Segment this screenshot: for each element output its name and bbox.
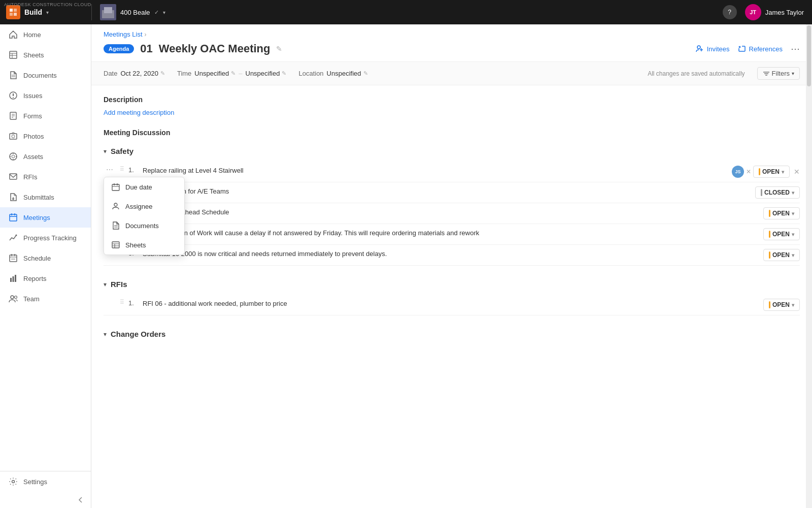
topic-status-badge4[interactable]: OPEN ▾ (763, 228, 800, 240)
sidebar-item-meetings[interactable]: Meetings (0, 207, 91, 228)
date-edit-icon[interactable]: ✎ (160, 70, 165, 77)
svg-point-43 (15, 296, 17, 299)
status-chevron-icon3: ▾ (792, 211, 794, 216)
menu-item-sheets[interactable]: Sheets (104, 235, 184, 255)
sidebar-label-reports: Reports (23, 275, 47, 282)
sidebar-item-reports[interactable]: Reports (0, 268, 91, 289)
topic-close-button[interactable]: ✕ (794, 168, 800, 176)
sidebar-item-documents[interactable]: Documents (0, 65, 91, 85)
help-button[interactable]: ? (723, 5, 737, 19)
category-rfis-header: ▾ RFIs (104, 280, 800, 289)
location-edit-icon[interactable]: ✎ (363, 70, 368, 77)
topic-status-badge5[interactable]: OPEN ▾ (763, 249, 800, 261)
user-menu[interactable]: JT James Taylor (745, 4, 804, 20)
date-value: Oct 22, 2020 ✎ (120, 70, 164, 77)
menu-documents-icon (111, 221, 120, 230)
sidebar-collapse-button[interactable] (0, 492, 91, 508)
sidebar-label-meetings: Meetings (23, 214, 50, 221)
app-bar: AUTODESK CONSTRUCTION CLOUD Build ▾ 400 … (0, 0, 812, 24)
sidebar-label-home: Home (23, 31, 41, 39)
sidebar-label-schedule: Schedule (23, 255, 51, 262)
sidebar-item-assets[interactable]: Assets (0, 146, 91, 167)
sidebar-label-forms: Forms (23, 112, 42, 120)
add-description-button[interactable]: Add meeting description (104, 109, 800, 116)
sidebar-label-sheets: Sheets (23, 51, 44, 59)
svg-point-33 (16, 235, 17, 236)
menu-sheets-icon (111, 240, 120, 249)
sidebar-item-issues[interactable]: Issues (0, 85, 91, 106)
user-avatar: JT (745, 4, 761, 20)
more-options-button[interactable]: ⋯ (791, 43, 800, 54)
topic-more-button[interactable]: ⋯ (104, 166, 116, 174)
sidebar-item-schedule[interactable]: Schedule (0, 248, 91, 268)
topic-drag-handle-rfi[interactable]: ⠿ (120, 299, 124, 306)
meeting-title-edit-icon[interactable]: ✎ (276, 45, 282, 53)
filters-button[interactable]: Filters ▾ (757, 67, 800, 80)
svg-rect-20 (10, 134, 17, 139)
time-edit-icon[interactable]: ✎ (231, 70, 235, 77)
category-change-orders-header: ▾ Change Orders (104, 330, 800, 338)
topic-row: ⠿ 2. RFI 06 Addition of Work will cause … (104, 224, 800, 245)
change-orders-chevron-icon[interactable]: ▾ (104, 331, 107, 338)
topic-status-badge3[interactable]: OPEN ▾ (763, 207, 800, 219)
menu-item-documents[interactable]: Documents (104, 216, 184, 235)
topic-text2: ... presentation for A/E Teams (143, 186, 751, 197)
meetings-icon (8, 212, 18, 223)
topic-status-area: JS ✕ OPEN ▾ ✕ (732, 166, 800, 178)
topic-text3: ... week Lookahead Schedule (143, 207, 759, 217)
topic-assignee-remove[interactable]: ✕ (746, 168, 751, 175)
app-logo[interactable]: AUTODESK CONSTRUCTION CLOUD Build ▾ (0, 5, 91, 19)
svg-point-45 (697, 46, 700, 49)
references-button[interactable]: References (738, 45, 783, 53)
issues-icon (8, 90, 18, 101)
svg-rect-3 (14, 13, 17, 16)
meetings-list-link[interactable]: Meetings List (104, 30, 143, 38)
svg-rect-34 (10, 255, 17, 262)
project-selector[interactable]: 400 Beale ✓ ▾ (91, 4, 174, 20)
topic-status-area2: CLOSED ▾ (755, 186, 800, 199)
header-actions: Invitees References ⋯ (696, 43, 800, 54)
sidebar-item-sheets[interactable]: Sheets (0, 45, 91, 65)
scrollbar-thumb[interactable] (807, 25, 811, 86)
sidebar-item-rfis[interactable]: RFIs (0, 167, 91, 187)
topic-status-badge[interactable]: OPEN ▾ (753, 166, 790, 178)
sidebar-item-team[interactable]: Team (0, 289, 91, 309)
sidebar-item-submittals[interactable]: Submittals (0, 187, 91, 207)
status-label2: CLOSED (764, 189, 790, 196)
sidebar-item-photos[interactable]: Photos (0, 126, 91, 146)
time-value: Unspecified ✎ (194, 70, 235, 77)
due-date-icon (111, 182, 120, 192)
sidebar-item-progress-tracking[interactable]: Progress Tracking (0, 228, 91, 248)
safety-chevron-icon[interactable]: ▾ (104, 148, 107, 155)
acc-label: AUTODESK CONSTRUCTION CLOUD (4, 2, 91, 7)
location-label: Location (298, 70, 323, 77)
sidebar-item-home[interactable]: Home (0, 24, 91, 45)
references-label: References (749, 45, 783, 53)
menu-item-assignee[interactable]: Assignee (104, 197, 184, 216)
svg-rect-0 (10, 9, 13, 12)
sidebar-item-settings[interactable]: Settings (0, 471, 91, 492)
topic-status-area-rfi: OPEN ▾ (763, 299, 800, 311)
svg-rect-28 (10, 174, 17, 179)
location-value: Unspecified ✎ (327, 70, 368, 77)
menu-item-due-date[interactable]: Due date (104, 177, 184, 197)
status-indicator-rfi (769, 301, 770, 308)
project-name: 400 Beale (120, 9, 150, 16)
svg-rect-6 (104, 7, 112, 13)
svg-point-55 (114, 203, 117, 206)
topic-status-badge-rfi[interactable]: OPEN ▾ (763, 299, 800, 311)
sidebar-item-forms[interactable]: Forms (0, 106, 91, 126)
topic-row: ⠿ 3. Submittal 10 2000 is now critical a… (104, 245, 800, 266)
main-content: Meetings List › Agenda 01 Weekly OAC Mee… (91, 24, 812, 508)
topic-text4: RFI 06 Addition of Work will cause a del… (143, 228, 759, 238)
topic-number-rfi: 1. (128, 299, 139, 307)
topic-row-rfi: ⠿ 1. RFI 06 - additional work needed, pl… (104, 295, 800, 315)
topic-status-badge2[interactable]: CLOSED ▾ (755, 186, 800, 199)
topic-row: ⠿ 2. ... presentation for A/E Teams CLOS… (104, 182, 800, 203)
invitees-button[interactable]: Invitees (696, 45, 730, 53)
category-rfis-name: RFIs (111, 280, 127, 289)
home-icon (8, 29, 18, 40)
time2-edit-icon[interactable]: ✎ (282, 70, 286, 77)
rfis-chevron-icon[interactable]: ▾ (104, 281, 107, 288)
topic-drag-handle[interactable]: ⠿ (120, 166, 124, 173)
